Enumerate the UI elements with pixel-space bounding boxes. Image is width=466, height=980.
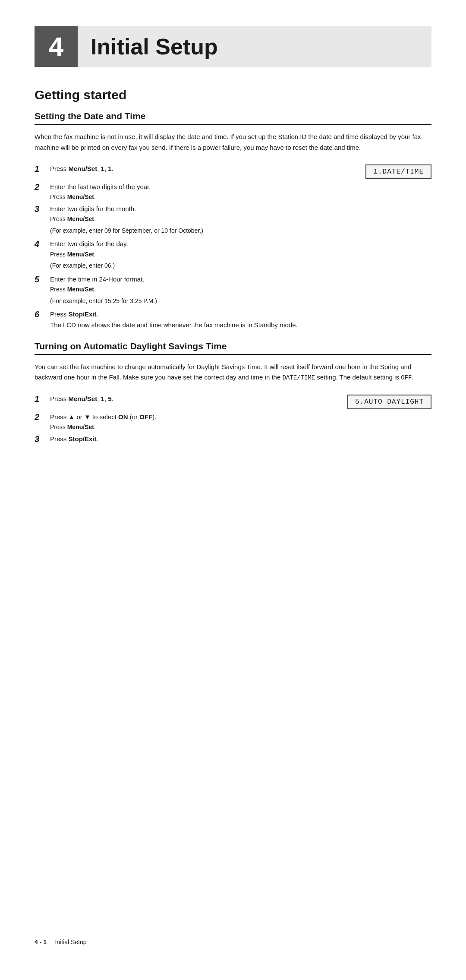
step-6-content: Press Stop/Exit. bbox=[50, 309, 431, 320]
subsection2-header: Turning on Automatic Daylight Savings Ti… bbox=[35, 341, 431, 355]
subsection2-steps: 1 Press Menu/Set, 1, 5. 5.AUTO DAYLIGHT … bbox=[35, 394, 431, 445]
step-5: 5 Enter the time in 24-Hour format. Pres… bbox=[35, 274, 431, 306]
step-3-number: 3 bbox=[35, 204, 50, 214]
step-s2-2: 2 Press ▲ or ▼ to select ON (or OFF). Pr… bbox=[35, 412, 431, 432]
step-s2-2-sub: Press Menu/Set. bbox=[35, 422, 431, 432]
step-1-lcd: 1.DATE/TIME bbox=[365, 164, 431, 179]
step-1-number: 1 bbox=[35, 164, 50, 174]
main-content: Getting started Setting the Date and Tim… bbox=[35, 88, 431, 926]
step-s2-1-lcd: 5.AUTO DAYLIGHT bbox=[347, 395, 431, 409]
step-s2-2-content: Press ▲ or ▼ to select ON (or OFF). bbox=[50, 412, 431, 423]
step-s2-3-number: 3 bbox=[35, 434, 50, 444]
step-s2-1-left: 1 Press Menu/Set, 1, 5. bbox=[35, 394, 334, 405]
step-5-sub: Press Menu/Set. bbox=[35, 285, 431, 294]
step-2-number: 2 bbox=[35, 182, 50, 192]
step-6-note: The LCD now shows the date and time when… bbox=[35, 320, 431, 331]
page: 4 Initial Setup Getting started Setting … bbox=[0, 0, 466, 980]
lcd-display-1: 1.DATE/TIME bbox=[365, 164, 431, 179]
step-s2-2-number: 2 bbox=[35, 412, 50, 422]
step-5-content: Enter the time in 24-Hour format. bbox=[50, 274, 431, 285]
step-2-content: Enter the last two digits of the year. bbox=[50, 182, 431, 193]
step-4-sub: Press Menu/Set. bbox=[35, 250, 431, 259]
chapter-number: 4 bbox=[35, 26, 78, 67]
step-3-content: Enter two digits for the month. bbox=[50, 204, 431, 215]
section-title: Getting started bbox=[35, 88, 431, 102]
subsection2-title: Turning on Automatic Daylight Savings Ti… bbox=[35, 341, 227, 351]
step-3: 3 Enter two digits for the month. Press … bbox=[35, 204, 431, 236]
step-s2-3: 3 Press Stop/Exit. bbox=[35, 434, 431, 445]
step-1-left: 1 Press Menu/Set, 1, 1. bbox=[35, 164, 353, 174]
step-4-content: Enter two digits for the day. bbox=[50, 239, 431, 250]
step-s2-1-content: Press Menu/Set, 1, 5. bbox=[50, 394, 334, 405]
step-4-number: 4 bbox=[35, 239, 50, 249]
step-1: 1 Press Menu/Set, 1, 1. 1.DATE/TIME bbox=[35, 164, 431, 179]
step-5-number: 5 bbox=[35, 275, 50, 285]
chapter-header: 4 Initial Setup bbox=[35, 26, 431, 67]
subsection1-title: Setting the Date and Time bbox=[35, 111, 146, 121]
subsection1-intro: When the fax machine is not in use, it w… bbox=[35, 132, 431, 153]
step-4-note: (For example, enter 06.) bbox=[35, 261, 431, 270]
page-footer: 4 - 1 Initial Setup bbox=[35, 926, 431, 945]
footer-page-number: 4 - 1 Initial Setup bbox=[35, 939, 87, 945]
chapter-title: Initial Setup bbox=[91, 34, 218, 60]
subsection1-steps: 1 Press Menu/Set, 1, 1. 1.DATE/TIME 2 En… bbox=[35, 164, 431, 331]
step-3-note: (For example, enter 09 for September, or… bbox=[35, 226, 431, 235]
lcd-display-2: 5.AUTO DAYLIGHT bbox=[347, 395, 431, 409]
subsection1-header: Setting the Date and Time bbox=[35, 111, 431, 125]
step-s2-3-content: Press Stop/Exit. bbox=[50, 434, 431, 445]
step-2-sub: Press Menu/Set. bbox=[35, 192, 431, 202]
step-6: 6 Press Stop/Exit. The LCD now shows the… bbox=[35, 309, 431, 331]
chapter-title-box: Initial Setup bbox=[78, 26, 431, 67]
step-2: 2 Enter the last two digits of the year.… bbox=[35, 182, 431, 202]
step-5-note: (For example, enter 15:25 for 3:25 P.M.) bbox=[35, 296, 431, 306]
step-3-sub: Press Menu/Set. bbox=[35, 214, 431, 224]
subsection2-intro: You can set the fax machine to change au… bbox=[35, 362, 431, 383]
step-s2-1: 1 Press Menu/Set, 1, 5. 5.AUTO DAYLIGHT bbox=[35, 394, 431, 409]
step-s2-1-number: 1 bbox=[35, 394, 50, 404]
step-4: 4 Enter two digits for the day. Press Me… bbox=[35, 239, 431, 271]
step-1-content: Press Menu/Set, 1, 1. bbox=[50, 164, 353, 174]
step-6-number: 6 bbox=[35, 310, 50, 319]
